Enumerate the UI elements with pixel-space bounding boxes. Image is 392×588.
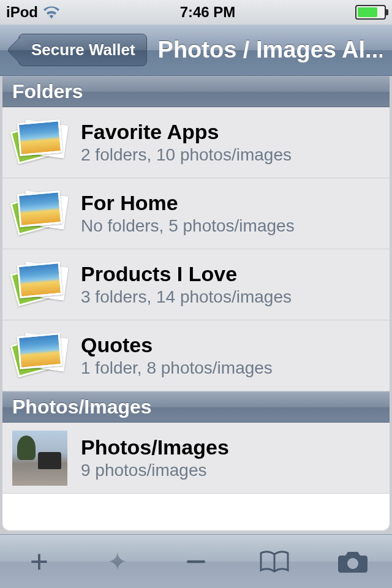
folder-subtitle: 2 folders, 10 photos/images xyxy=(81,145,292,165)
back-button[interactable]: Secure Wallet xyxy=(18,34,147,66)
photos-section-header: Photos/Images xyxy=(2,391,390,423)
folder-title: For Home xyxy=(81,191,295,215)
content-area: Folders Favorite Apps 2 folders, 10 phot… xyxy=(2,76,390,530)
folder-subtitle: 1 folder, 8 photos/images xyxy=(81,358,273,378)
remove-button[interactable]: − xyxy=(178,543,214,580)
photos-title: Photos/Images xyxy=(81,435,229,459)
folder-title: Quotes xyxy=(81,333,273,357)
photo-stack-icon xyxy=(12,115,67,170)
status-bar: iPod 7:46 PM xyxy=(0,0,392,24)
battery-icon xyxy=(355,5,386,20)
svg-point-0 xyxy=(347,558,358,569)
wand-button[interactable]: ✦ xyxy=(99,543,136,580)
folder-row-products-i-love[interactable]: Products I Love 3 folders, 14 photos/ima… xyxy=(2,249,390,320)
clock: 7:46 PM xyxy=(180,4,236,21)
folders-section-header: Folders xyxy=(2,76,390,107)
photo-thumbnail xyxy=(12,431,67,486)
photos-row[interactable]: Photos/Images 9 photos/images xyxy=(2,423,390,494)
folder-row-favorite-apps[interactable]: Favorite Apps 2 folders, 10 photos/image… xyxy=(2,107,390,178)
toolbar: + ✦ − xyxy=(0,534,392,588)
folder-subtitle: No folders, 5 photos/images xyxy=(81,216,295,236)
page-title: Photos / Images Al... xyxy=(158,37,382,63)
photo-stack-icon xyxy=(12,328,67,383)
wand-icon: ✦ xyxy=(107,548,128,576)
folder-row-for-home[interactable]: For Home No folders, 5 photos/images xyxy=(2,178,390,249)
wifi-icon xyxy=(43,6,60,19)
navigation-bar: Secure Wallet Photos / Images Al... xyxy=(0,24,392,76)
bookmarks-button[interactable] xyxy=(256,543,293,580)
folder-row-quotes[interactable]: Quotes 1 folder, 8 photos/images xyxy=(2,320,390,391)
add-button[interactable]: + xyxy=(21,543,58,580)
camera-button[interactable] xyxy=(334,543,371,580)
photo-stack-icon xyxy=(12,257,67,312)
device-label: iPod xyxy=(6,4,38,21)
camera-icon xyxy=(337,549,369,574)
plus-icon: + xyxy=(30,543,48,580)
photos-subtitle: 9 photos/images xyxy=(81,461,229,480)
folder-subtitle: 3 folders, 14 photos/images xyxy=(81,287,292,307)
minus-icon: − xyxy=(185,540,206,582)
photo-stack-icon xyxy=(12,186,67,241)
folder-title: Products I Love xyxy=(81,262,292,286)
folder-title: Favorite Apps xyxy=(81,120,292,144)
book-icon xyxy=(258,549,290,574)
back-button-label: Secure Wallet xyxy=(31,40,135,59)
